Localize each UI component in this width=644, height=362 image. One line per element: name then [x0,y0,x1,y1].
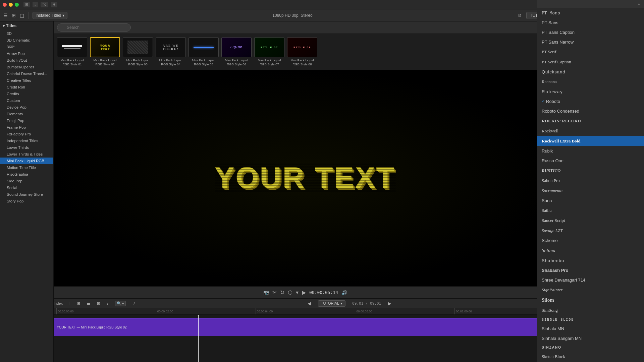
font-item-rubik[interactable]: Rubik [537,146,644,156]
timeline-tool-2[interactable]: ☰ [87,301,90,306]
thumbnail-04[interactable]: ARE WE THERE? Mini Pack LiquidRGB Style … [156,37,186,67]
sidebar-item-device-pop[interactable]: Device Pop [0,104,53,111]
camera-icon[interactable]: 📷 [263,290,269,295]
timeline-tool-3[interactable]: ⊟ [97,301,100,306]
sidebar-item-creative-titles[interactable]: Creative Titles [0,77,53,84]
sidebar-item-credits[interactable]: Credits [0,90,53,97]
font-item-raleway[interactable]: Raleway [537,87,644,97]
toolbar-icon-3[interactable]: ◫ [20,13,24,18]
search-input[interactable] [57,23,131,32]
font-item-sacramento[interactable]: Sacramento [537,186,644,196]
thumbnail-01[interactable]: Mini Pack LiquidRGB Style 01 [57,37,87,67]
font-item-sinzano[interactable]: SINZANO [537,343,644,352]
thumbnail-02[interactable]: YOUR TEXT Mini Pack LiquidRGB Style 02 [90,37,120,67]
sidebar-item-custom[interactable]: Custom [0,97,53,104]
timeline-arrow-icon[interactable]: ↗ [132,301,136,306]
timeline-prev-btn[interactable]: ◀ [308,301,311,306]
playhead[interactable] [198,315,199,362]
thumbnail-07[interactable]: STYLE 07 Mini Pack LiquidRGB Style 07 [254,37,284,67]
timeline-next-btn[interactable]: ▶ [388,301,391,306]
font-item-selima[interactable]: Selima [537,245,644,256]
timeline-clip[interactable]: YOUR TEXT — Mini Pack Liquid RGB Style 0… [54,318,557,336]
font-item-russo-one[interactable]: Russo One [537,156,644,166]
sidebar-item-lower-thirds-titles[interactable]: Lower Thirds & Titles [0,151,53,158]
monitor-icon[interactable]: 🖥 [518,13,522,18]
sidebar-item-build-in-out[interactable]: Build In/Out [0,57,53,64]
sidebar-item-lower-thirds[interactable]: Lower Thirds [0,144,53,151]
audio-options-icon[interactable]: ▾ [296,289,299,296]
sidebar-titles-header[interactable]: ▾ Titles [0,21,53,30]
sidebar-item-motion-time-title[interactable]: Motion Time Title [0,164,53,171]
minimize-button[interactable] [9,3,13,7]
font-item-shree-devanagari-714[interactable]: Shree Devanagari 714 [537,275,644,285]
font-item-raanana[interactable]: Raanana [537,77,644,87]
sidebar-item-colorful-drawn[interactable]: Colorful Drawn Transi... [0,70,53,77]
font-item-pt-sans-caption[interactable]: PT Sans Caption [537,27,644,37]
fx-icon[interactable]: ⬡ [288,289,292,296]
font-item-sinhala-sangam-mn[interactable]: Sinhala Sangam MN [537,334,644,343]
font-item-sana[interactable]: Sana [537,196,644,205]
sidebar-item-mini-pack[interactable]: Mini Pack Liquid RGB [0,158,53,164]
key-icon[interactable]: ⌥ [41,2,48,7]
sidebar-item-360[interactable]: 360° [0,44,53,50]
font-item-sathu[interactable]: Sathu [537,205,644,216]
font-item-sketch-block[interactable]: Sketch Block [537,352,644,362]
font-item-roboto[interactable]: Roboto [537,97,644,106]
font-item-sinhala-mn[interactable]: Sinhala MN [537,324,644,334]
font-item-pt-sans[interactable]: PT Sans [537,21,644,27]
sidebar-item-risographia[interactable]: RisoGraphia [0,171,53,178]
font-item-signpainter[interactable]: SignPainter [537,285,644,295]
font-item-sabon-pro[interactable]: Sabon Pro [537,176,644,186]
font-item-pt-serif-caption[interactable]: PT Serif Caption [537,57,644,67]
font-item-rockwell-extra-bold[interactable]: Rockwell Extra Bold [537,136,644,146]
thumbnail-05[interactable]: Mini Pack LiquidRGB Style 05 [189,37,219,67]
font-item-roboto-condensed[interactable]: Roboto Condensed [537,106,644,116]
font-item-saucer-script[interactable]: Saucer Script [537,216,644,226]
sidebar-item-3d-cinematic[interactable]: 3D Cinematic [0,37,53,44]
font-item-shabash-pro[interactable]: Shabash Pro [537,265,644,275]
tools-icon[interactable]: ✂ [272,289,277,296]
font-item-single-slide[interactable]: SINGLE SLIDE [537,315,644,324]
font-item-simsong[interactable]: SimSong [537,305,644,315]
font-item-pt-serif[interactable]: PT Serif [537,47,644,57]
sidebar-item-sound-journey-store[interactable]: Sound Journey Store [0,191,53,198]
font-item-quicksand[interactable]: Quicksand [537,67,644,77]
transform-icon[interactable]: ↻ [280,289,284,296]
play-button[interactable]: ▶ [302,289,306,296]
timeline-zoom-dropdown[interactable]: 🔍 ▾ [115,301,126,306]
font-item-rockin'-record[interactable]: ROCKIN' RECORD [537,116,644,126]
sidebar-item-bumper-opener[interactable]: Bumper/Opener [0,64,53,70]
thumbnail-06[interactable]: LIQUID Mini Pack LiquidRGB Style 06 [221,37,252,67]
toolbar-icon-2[interactable]: ⊞ [12,13,16,18]
sidebar-item-side-pop[interactable]: Side Pop [0,178,53,184]
font-item-pt-sans-narrow[interactable]: PT Sans Narrow [537,37,644,47]
font-item-rockwell[interactable]: Rockwell [537,126,644,136]
thumbnail-08[interactable]: STYLE 08 Mini Pack LiquidRGB Style 08 [287,37,317,67]
font-item-scheme[interactable]: Scheme [537,236,644,245]
sidebar-item-frame-pop[interactable]: Frame Pop [0,124,53,131]
sidebar-item-credit-roll[interactable]: Credit Roll [0,84,53,90]
timeline-tool-4[interactable]: ↕ [107,301,109,305]
info-icon[interactable]: ✱ [51,2,57,7]
timeline-title-selector[interactable]: TUTORIAL ▾ [318,300,345,307]
sidebar-item-elements[interactable]: Elements [0,111,53,117]
sidebar-item-3d[interactable]: 3D [0,30,53,37]
sidebar-item-arrow-pop[interactable]: Arrow Pop [0,50,53,57]
sidebar-item-story-pop[interactable]: Story Pop [0,198,53,204]
installed-titles-selector[interactable]: Installed Titles ▾ [33,12,67,19]
sidebar-item-emoji-pop[interactable]: Emoji Pop [0,117,53,124]
window-icon[interactable]: ⊞ [23,2,30,7]
sidebar-item-social[interactable]: Social [0,184,53,191]
thumbnail-03[interactable]: Mini Pack LiquidRGB Style 03 [123,37,153,67]
close-button[interactable] [3,3,7,7]
sidebar-item-independent-titles[interactable]: Independent Titles [0,137,53,144]
font-item-savage-lzt[interactable]: Savage LZT [537,226,644,236]
timeline-tool-1[interactable]: ⊞ [77,301,80,306]
download-icon[interactable]: ↓ [33,2,38,7]
maximize-button[interactable] [15,3,19,7]
font-item-rustico[interactable]: RUSTICO [537,166,644,176]
font-item-silom[interactable]: Silom [537,295,644,305]
font-item-shaheebo[interactable]: Shaheebo [537,256,644,265]
toolbar-icon-1[interactable]: ☰ [3,13,8,18]
sidebar-item-fxfactory-pro[interactable]: FxFactory Pro [0,131,53,137]
